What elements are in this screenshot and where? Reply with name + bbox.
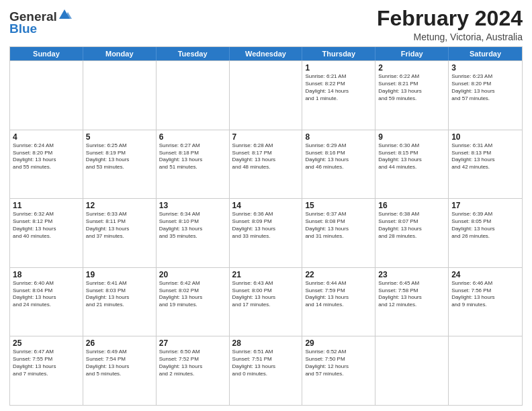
calendar-cell: 9Sunrise: 6:30 AM Sunset: 8:15 PM Daylig… <box>375 130 449 199</box>
calendar-cell: 24Sunrise: 6:46 AM Sunset: 7:56 PM Dayli… <box>449 268 522 336</box>
cell-day-number: 27 <box>159 338 226 348</box>
cell-info: Sunrise: 6:28 AM Sunset: 8:17 PM Dayligh… <box>232 142 300 171</box>
calendar-cell <box>157 61 230 130</box>
cell-day-number: 4 <box>13 132 80 142</box>
calendar-cell: 1Sunrise: 6:21 AM Sunset: 8:22 PM Daylig… <box>302 61 375 130</box>
calendar-header-cell: Saturday <box>449 47 522 60</box>
cell-day-number: 7 <box>232 132 300 142</box>
cell-day-number: 3 <box>451 63 519 73</box>
calendar-cell: 26Sunrise: 6:49 AM Sunset: 7:54 PM Dayli… <box>83 336 157 405</box>
cell-day-number: 12 <box>86 201 153 210</box>
cell-day-number: 29 <box>305 338 372 348</box>
cell-info: Sunrise: 6:42 AM Sunset: 8:02 PM Dayligh… <box>159 280 226 309</box>
cell-day-number: 15 <box>305 201 372 210</box>
cell-info: Sunrise: 6:39 AM Sunset: 8:05 PM Dayligh… <box>451 211 519 240</box>
calendar-row: 25Sunrise: 6:47 AM Sunset: 7:55 PM Dayli… <box>10 336 522 405</box>
cell-info: Sunrise: 6:43 AM Sunset: 8:00 PM Dayligh… <box>232 280 300 309</box>
cell-day-number: 5 <box>86 132 153 142</box>
cell-info: Sunrise: 6:27 AM Sunset: 8:18 PM Dayligh… <box>159 142 226 171</box>
cell-info: Sunrise: 6:50 AM Sunset: 7:52 PM Dayligh… <box>159 349 226 377</box>
calendar-cell <box>83 61 157 130</box>
calendar-cell: 19Sunrise: 6:41 AM Sunset: 8:03 PM Dayli… <box>83 268 157 336</box>
cell-info: Sunrise: 6:34 AM Sunset: 8:10 PM Dayligh… <box>159 211 226 240</box>
cell-day-number: 22 <box>305 270 372 279</box>
cell-day-number: 2 <box>378 63 445 73</box>
cell-day-number: 28 <box>232 338 300 348</box>
cell-info: Sunrise: 6:24 AM Sunset: 8:20 PM Dayligh… <box>13 142 80 171</box>
calendar-cell: 15Sunrise: 6:37 AM Sunset: 8:08 PM Dayli… <box>302 199 375 267</box>
calendar-header-row: SundayMondayTuesdayWednesdayThursdayFrid… <box>10 47 522 60</box>
calendar-cell: 5Sunrise: 6:25 AM Sunset: 8:19 PM Daylig… <box>83 130 157 199</box>
cell-info: Sunrise: 6:40 AM Sunset: 8:04 PM Dayligh… <box>13 280 80 309</box>
calendar-header-cell: Sunday <box>10 47 83 60</box>
calendar-cell: 3Sunrise: 6:23 AM Sunset: 8:20 PM Daylig… <box>449 61 522 130</box>
page: General Blue February 2024 Metung, Victo… <box>0 0 532 411</box>
main-title: February 2024 <box>377 7 523 30</box>
calendar-header-cell: Thursday <box>302 47 375 60</box>
cell-day-number: 13 <box>159 201 226 210</box>
cell-day-number: 24 <box>451 270 519 279</box>
cell-info: Sunrise: 6:49 AM Sunset: 7:54 PM Dayligh… <box>86 349 153 377</box>
cell-info: Sunrise: 6:51 AM Sunset: 7:51 PM Dayligh… <box>232 349 300 377</box>
cell-info: Sunrise: 6:44 AM Sunset: 7:59 PM Dayligh… <box>305 280 372 309</box>
calendar-cell: 4Sunrise: 6:24 AM Sunset: 8:20 PM Daylig… <box>10 130 83 199</box>
cell-info: Sunrise: 6:25 AM Sunset: 8:19 PM Dayligh… <box>86 142 153 171</box>
calendar-cell: 16Sunrise: 6:38 AM Sunset: 8:07 PM Dayli… <box>375 199 449 267</box>
calendar-row: 11Sunrise: 6:32 AM Sunset: 8:12 PM Dayli… <box>10 198 522 267</box>
calendar-header-cell: Tuesday <box>157 47 230 60</box>
cell-info: Sunrise: 6:32 AM Sunset: 8:12 PM Dayligh… <box>13 211 80 240</box>
cell-day-number: 10 <box>451 132 519 142</box>
calendar-row: 18Sunrise: 6:40 AM Sunset: 8:04 PM Dayli… <box>10 267 522 336</box>
cell-day-number: 18 <box>13 270 80 279</box>
calendar-cell: 17Sunrise: 6:39 AM Sunset: 8:05 PM Dayli… <box>449 199 522 267</box>
cell-info: Sunrise: 6:30 AM Sunset: 8:15 PM Dayligh… <box>378 142 445 171</box>
calendar-cell: 7Sunrise: 6:28 AM Sunset: 8:17 PM Daylig… <box>230 130 303 199</box>
cell-day-number: 26 <box>86 338 153 348</box>
cell-day-number: 21 <box>232 270 300 279</box>
cell-day-number: 17 <box>451 201 519 210</box>
header: General Blue February 2024 Metung, Victo… <box>9 7 523 42</box>
calendar-cell <box>449 336 522 405</box>
calendar-row: 1Sunrise: 6:21 AM Sunset: 8:22 PM Daylig… <box>10 60 522 130</box>
logo: General Blue <box>9 9 74 36</box>
calendar-cell <box>10 61 83 130</box>
calendar-cell <box>375 336 449 405</box>
cell-info: Sunrise: 6:23 AM Sunset: 8:20 PM Dayligh… <box>451 73 519 102</box>
cell-info: Sunrise: 6:46 AM Sunset: 7:56 PM Dayligh… <box>451 280 519 309</box>
cell-info: Sunrise: 6:45 AM Sunset: 7:58 PM Dayligh… <box>378 280 445 309</box>
cell-day-number: 9 <box>378 132 445 142</box>
calendar-cell <box>230 61 303 130</box>
cell-day-number: 14 <box>232 201 300 210</box>
calendar-cell: 18Sunrise: 6:40 AM Sunset: 8:04 PM Dayli… <box>10 268 83 336</box>
cell-info: Sunrise: 6:37 AM Sunset: 8:08 PM Dayligh… <box>305 211 372 240</box>
calendar-header-cell: Wednesday <box>230 47 303 60</box>
cell-day-number: 23 <box>378 270 445 279</box>
cell-info: Sunrise: 6:47 AM Sunset: 7:55 PM Dayligh… <box>13 349 80 377</box>
calendar-header-cell: Monday <box>83 47 157 60</box>
calendar-cell: 29Sunrise: 6:52 AM Sunset: 7:50 PM Dayli… <box>302 336 375 405</box>
cell-day-number: 25 <box>13 338 80 348</box>
calendar-cell: 20Sunrise: 6:42 AM Sunset: 8:02 PM Dayli… <box>157 268 230 336</box>
cell-day-number: 6 <box>159 132 226 142</box>
calendar-row: 4Sunrise: 6:24 AM Sunset: 8:20 PM Daylig… <box>10 130 522 199</box>
calendar-cell: 22Sunrise: 6:44 AM Sunset: 7:59 PM Dayli… <box>302 268 375 336</box>
cell-day-number: 20 <box>159 270 226 279</box>
calendar-cell: 21Sunrise: 6:43 AM Sunset: 8:00 PM Dayli… <box>230 268 303 336</box>
cell-day-number: 1 <box>305 63 372 73</box>
calendar-cell: 14Sunrise: 6:36 AM Sunset: 8:09 PM Dayli… <box>230 199 303 267</box>
cell-info: Sunrise: 6:31 AM Sunset: 8:13 PM Dayligh… <box>451 142 519 171</box>
cell-day-number: 16 <box>378 201 445 210</box>
calendar-cell: 11Sunrise: 6:32 AM Sunset: 8:12 PM Dayli… <box>10 199 83 267</box>
calendar-cell: 2Sunrise: 6:22 AM Sunset: 8:21 PM Daylig… <box>375 61 449 130</box>
cell-info: Sunrise: 6:33 AM Sunset: 8:11 PM Dayligh… <box>86 211 153 240</box>
calendar-cell: 13Sunrise: 6:34 AM Sunset: 8:10 PM Dayli… <box>157 199 230 267</box>
calendar-body: 1Sunrise: 6:21 AM Sunset: 8:22 PM Daylig… <box>10 60 522 405</box>
cell-day-number: 11 <box>13 201 80 210</box>
calendar-cell: 10Sunrise: 6:31 AM Sunset: 8:13 PM Dayli… <box>449 130 522 199</box>
logo-blue-text: Blue <box>9 21 37 36</box>
cell-info: Sunrise: 6:36 AM Sunset: 8:09 PM Dayligh… <box>232 211 300 240</box>
calendar: SundayMondayTuesdayWednesdayThursdayFrid… <box>9 46 523 406</box>
cell-day-number: 8 <box>305 132 372 142</box>
calendar-cell: 28Sunrise: 6:51 AM Sunset: 7:51 PM Dayli… <box>230 336 303 405</box>
calendar-cell: 27Sunrise: 6:50 AM Sunset: 7:52 PM Dayli… <box>157 336 230 405</box>
